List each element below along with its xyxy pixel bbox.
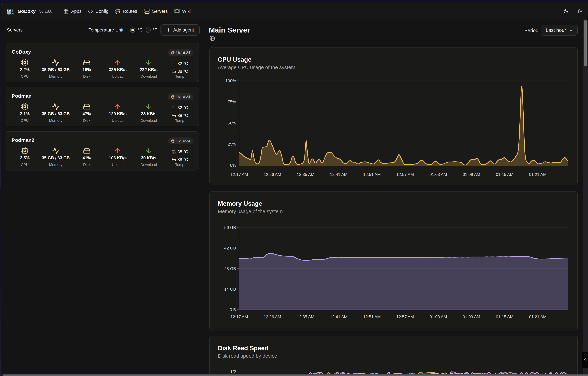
svg-text:100%: 100%	[225, 79, 236, 83]
svg-text:01:15 AM: 01:15 AM	[496, 172, 513, 177]
svg-text:01:21 AM: 01:21 AM	[529, 172, 546, 177]
svg-text:12:41 AM: 12:41 AM	[330, 314, 347, 319]
svg-text:75%: 75%	[228, 100, 236, 104]
svg-text:01:03 AM: 01:03 AM	[429, 314, 447, 319]
svg-text:28 GB: 28 GB	[224, 266, 236, 271]
svg-text:42 GB: 42 GB	[224, 246, 236, 250]
svg-text:12:41 AM: 12:41 AM	[330, 172, 347, 177]
svg-text:12:26 AM: 12:26 AM	[264, 314, 281, 319]
svg-text:0%: 0%	[230, 163, 236, 168]
svg-text:12:51 AM: 12:51 AM	[363, 314, 381, 319]
svg-text:0 B: 0 B	[230, 307, 236, 312]
svg-text:01:21 AM: 01:21 AM	[529, 314, 546, 319]
svg-text:01:15 AM: 01:15 AM	[496, 314, 513, 319]
svg-text:14 GB: 14 GB	[224, 287, 236, 292]
svg-text:12:51 AM: 12:51 AM	[363, 172, 381, 177]
svg-text:56 GB: 56 GB	[224, 225, 236, 230]
svg-text:12:35 AM: 12:35 AM	[297, 172, 314, 177]
svg-text:12:57 AM: 12:57 AM	[396, 172, 414, 177]
svg-text:01:09 AM: 01:09 AM	[463, 172, 480, 177]
svg-text:12:35 AM: 12:35 AM	[297, 314, 314, 319]
svg-text:12:57 AM: 12:57 AM	[396, 314, 414, 319]
svg-text:12:26 AM: 12:26 AM	[264, 172, 281, 177]
svg-text:01:09 AM: 01:09 AM	[463, 314, 480, 319]
svg-text:1/2: 1/2	[230, 369, 236, 374]
svg-text:MB/s: MB/s	[226, 374, 236, 375]
svg-text:01:03 AM: 01:03 AM	[429, 172, 447, 177]
svg-text:12:17 AM: 12:17 AM	[230, 314, 248, 319]
svg-text:25%: 25%	[228, 142, 236, 146]
svg-text:50%: 50%	[228, 121, 236, 125]
svg-text:12:17 AM: 12:17 AM	[230, 172, 248, 177]
